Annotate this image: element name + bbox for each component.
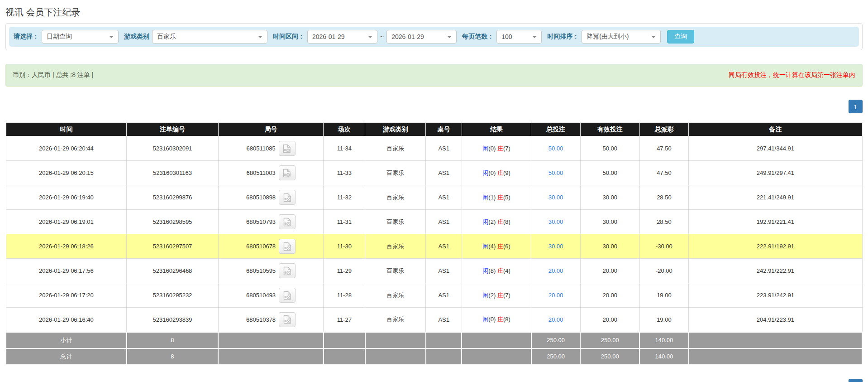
subtotal-row: 小计 8 250.00 250.00 140.00 [6, 332, 862, 348]
table-row: 2026-01-29 06:19:01 523160298595 6805107… [6, 210, 862, 234]
time-sort-dropdown[interactable]: 降冪(由大到小) [582, 30, 661, 44]
round-replay-button[interactable] [279, 141, 296, 156]
cell-payout: 19.00 [639, 308, 689, 332]
result-banker-label: 庄 [497, 243, 503, 250]
page-1-button[interactable]: 1 [849, 100, 863, 113]
cell-valid-bet: 20.00 [580, 283, 639, 308]
filter-panel: 请选择： 日期查询 游戏类别 百家乐 时间区间： 2026-01-29 ~ 20… [5, 23, 863, 50]
page-title: 视讯 会员下注纪录 [5, 0, 863, 19]
result-player-label: 闲 [482, 267, 488, 274]
cell-game-type: 百家乐 [365, 308, 426, 332]
cell-session: 11-33 [324, 161, 365, 185]
cell-session: 11-32 [324, 185, 365, 210]
round-replay-button[interactable] [279, 288, 296, 303]
cell-game-type: 百家乐 [365, 259, 426, 283]
total-bet-link[interactable]: 30.00 [548, 243, 563, 250]
query-type-dropdown[interactable]: 日期查询 [42, 30, 119, 44]
cell-total-bet: 30.00 [531, 210, 581, 234]
valid-bet-notice: 同局有效投注，统一计算在该局第一张注单内 [729, 71, 855, 79]
round-replay-button[interactable] [279, 239, 296, 254]
round-no-text: 680511085 [247, 145, 276, 152]
cell-valid-bet: 50.00 [580, 161, 639, 185]
round-replay-button[interactable] [279, 214, 296, 229]
result-banker-label: 庄 [497, 169, 503, 176]
result-player-label: 闲 [482, 292, 488, 299]
result-banker-label: 庄 [497, 145, 503, 152]
empty-cell [218, 332, 324, 348]
round-replay-button[interactable] [279, 312, 296, 327]
header-bet-no: 注单编号 [127, 123, 218, 136]
result-player-score: (0) [488, 169, 496, 176]
cell-session: 11-31 [324, 210, 365, 234]
header-result: 结果 [462, 123, 531, 136]
cell-time: 2026-01-29 06:19:01 [6, 210, 127, 234]
round-replay-button[interactable] [279, 263, 296, 278]
cell-round-no: 680510493 [218, 283, 324, 308]
round-no-text: 680510595 [246, 267, 276, 274]
date-from-dropdown[interactable]: 2026-01-29 [307, 30, 377, 44]
result-banker-label: 庄 [497, 267, 503, 274]
result-player-label: 闲 [482, 194, 488, 201]
empty-cell [218, 348, 324, 365]
table-row: 2026-01-29 06:20:15 523160301163 6805110… [6, 161, 862, 185]
cell-payout: 47.50 [639, 136, 689, 161]
cell-valid-bet: 30.00 [580, 234, 639, 259]
result-player-label: 闲 [482, 169, 488, 176]
cell-table-no: AS1 [426, 308, 462, 332]
cell-time: 2026-01-29 06:16:40 [6, 308, 127, 332]
cell-time: 2026-01-29 06:20:15 [6, 161, 127, 185]
total-bet-link[interactable]: 20.00 [548, 292, 563, 299]
cell-bet-no: 523160299876 [127, 185, 218, 210]
page-size-dropdown[interactable]: 100 [496, 30, 542, 44]
date-to-dropdown[interactable]: 2026-01-29 [386, 30, 457, 44]
game-type-label: 游戏类别 [124, 33, 149, 41]
header-payout: 总派彩 [639, 123, 689, 136]
cell-table-no: AS1 [426, 259, 462, 283]
cell-result: 闲(4) 庄(6) [462, 234, 531, 259]
total-bet-link[interactable]: 20.00 [548, 316, 563, 323]
bet-records-table: 时间 注单编号 局号 场次 游戏类别 桌号 结果 总投注 有效投注 总派彩 备注… [5, 122, 863, 365]
result-player-score: (1) [488, 194, 496, 201]
cell-note: 192.91/221.41 [689, 210, 862, 234]
cell-round-no: 680510793 [218, 210, 324, 234]
pagination-top: 1 [5, 100, 863, 113]
video-record-icon [283, 242, 291, 251]
cell-total-bet: 30.00 [531, 234, 581, 259]
cell-note: 204.91/223.91 [689, 308, 862, 332]
total-bet-link[interactable]: 50.00 [548, 169, 563, 176]
round-replay-button[interactable] [279, 190, 296, 205]
cell-payout: -30.00 [639, 234, 689, 259]
query-type-label: 请选择： [14, 33, 39, 41]
result-player-label: 闲 [482, 145, 488, 152]
cell-note: 242.91/222.91 [689, 259, 862, 283]
total-bet-link[interactable]: 20.00 [548, 267, 563, 274]
game-type-dropdown[interactable]: 百家乐 [152, 30, 267, 44]
page-size-value: 100 [501, 33, 512, 40]
page-1-button[interactable]: 1 [849, 379, 863, 382]
cell-session: 11-29 [324, 259, 365, 283]
empty-cell [462, 348, 531, 365]
cell-round-no: 680510678 [218, 234, 324, 259]
result-player-label: 闲 [482, 243, 488, 250]
cell-result: 闲(0) 庄(8) [462, 308, 531, 332]
cell-note: 249.91/297.41 [689, 161, 862, 185]
table-row: 2026-01-29 06:20:44 523160302091 6805110… [6, 136, 862, 161]
game-type-value: 百家乐 [157, 33, 176, 41]
cell-valid-bet: 30.00 [580, 210, 639, 234]
empty-cell [426, 348, 462, 365]
total-bet-link[interactable]: 50.00 [548, 145, 563, 152]
total-bet-link[interactable]: 30.00 [548, 218, 563, 225]
header-table-no: 桌号 [426, 123, 462, 136]
cell-note: 297.41/344.91 [689, 136, 862, 161]
range-separator: ~ [380, 33, 384, 40]
cell-total-bet: 20.00 [531, 283, 581, 308]
total-count: 8 [127, 348, 218, 365]
total-bet-link[interactable]: 30.00 [548, 194, 563, 201]
round-replay-button[interactable] [279, 165, 296, 180]
search-button[interactable]: 查询 [667, 30, 694, 44]
cell-payout: -20.00 [639, 259, 689, 283]
table-body: 2026-01-29 06:20:44 523160302091 6805110… [6, 136, 862, 332]
result-player-score: (4) [488, 243, 496, 250]
cell-round-no: 680511085 [218, 136, 324, 161]
header-note: 备注 [689, 123, 862, 136]
